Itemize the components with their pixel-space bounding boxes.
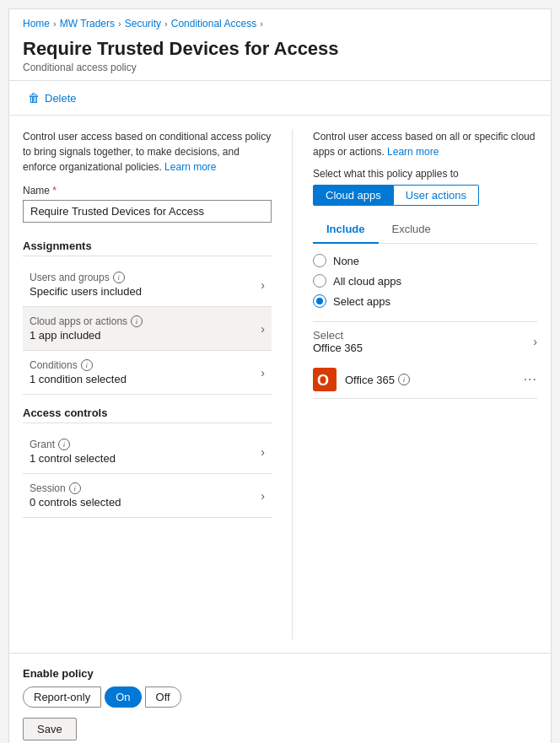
off-toggle[interactable]: Off [145, 686, 181, 708]
left-description: Control user access based on conditional… [23, 129, 272, 175]
session-item[interactable]: Session i 0 controls selected › [23, 474, 272, 518]
toolbar: 🗑 Delete [9, 81, 551, 116]
radio-select-apps[interactable]: Select apps [313, 294, 537, 308]
access-controls-header: Access controls [23, 406, 272, 423]
app-name: Office 365 i [345, 374, 515, 386]
svg-text:O: O [317, 372, 329, 389]
users-groups-info-icon: i [113, 272, 125, 283]
include-exclude-tabs: Include Exclude [313, 218, 537, 244]
session-value: 0 controls selected [30, 496, 121, 509]
grant-value: 1 control selected [30, 452, 116, 465]
cloud-apps-toggle[interactable]: Cloud apps [313, 185, 394, 206]
trash-icon: 🗑 [28, 91, 40, 105]
breadcrumb-mw-traders[interactable]: MW Traders [60, 18, 115, 30]
radio-none[interactable]: None [313, 254, 537, 267]
breadcrumb-security[interactable]: Security [125, 18, 161, 30]
conditions-item[interactable]: Conditions i 1 condition selected › [23, 351, 272, 395]
delete-button[interactable]: 🗑 Delete [23, 88, 82, 108]
cloud-apps-item[interactable]: Cloud apps or actions i 1 app included › [23, 307, 272, 351]
policy-name-input[interactable] [23, 200, 272, 223]
right-panel: Control user access based on all or spec… [293, 129, 537, 639]
app-context-menu[interactable]: ··· [524, 372, 537, 387]
left-learn-more[interactable]: Learn more [164, 161, 216, 173]
required-asterisk: * [52, 185, 57, 197]
tab-exclude[interactable]: Exclude [379, 218, 444, 244]
assignments-header: Assignments [23, 240, 272, 256]
cloud-apps-info-icon: i [131, 315, 143, 327]
select-label: Select [313, 329, 363, 342]
applies-toggle-group: Cloud apps User actions [313, 185, 537, 206]
breadcrumb-conditional-access[interactable]: Conditional Access [171, 18, 256, 30]
left-panel: Control user access based on conditional… [23, 129, 293, 639]
cloud-apps-chevron: › [261, 322, 265, 336]
right-description: Control user access based on all or spec… [313, 129, 537, 159]
app-info-icon: i [398, 374, 410, 385]
cloud-apps-value: 1 app included [30, 329, 143, 342]
select-chevron: › [533, 335, 537, 348]
conditions-chevron: › [261, 366, 265, 380]
user-actions-toggle[interactable]: User actions [394, 185, 479, 206]
grant-item[interactable]: Grant i 1 control selected › [23, 430, 272, 474]
enable-policy-label: Enable policy [23, 667, 537, 680]
grant-info-icon: i [58, 439, 70, 450]
radio-select-circle [313, 294, 326, 308]
page-header: Require Trusted Devices for Access Condi… [9, 35, 551, 81]
users-groups-chevron: › [261, 278, 265, 292]
right-learn-more[interactable]: Learn more [387, 146, 439, 158]
on-toggle[interactable]: On [105, 686, 141, 708]
save-button[interactable]: Save [23, 718, 77, 740]
office365-icon: O [313, 368, 337, 391]
footer: Enable policy Report-only On Off Save [9, 653, 551, 743]
radio-all-circle [313, 274, 326, 288]
select-value: Office 365 [313, 342, 363, 354]
tab-include[interactable]: Include [313, 218, 379, 244]
cloud-apps-radio-group: None All cloud apps Select apps [313, 254, 537, 308]
conditions-info-icon: i [81, 359, 93, 371]
delete-label: Delete [45, 92, 77, 105]
policy-toggle-group: Report-only On Off [23, 686, 537, 708]
app-item-office365: O Office 365 i ··· [313, 361, 537, 399]
main-content: Control user access based on conditional… [9, 116, 551, 653]
applies-label: Select what this policy applies to [313, 168, 537, 180]
breadcrumb: Home › MW Traders › Security › Condition… [9, 9, 551, 35]
conditions-value: 1 condition selected [30, 373, 127, 385]
session-info-icon: i [69, 482, 81, 494]
radio-none-circle [313, 254, 326, 267]
users-groups-item[interactable]: Users and groups i Specific users includ… [23, 263, 272, 307]
users-groups-value: Specific users included [30, 285, 142, 298]
radio-all-cloud-apps[interactable]: All cloud apps [313, 274, 537, 288]
report-only-toggle[interactable]: Report-only [23, 686, 101, 708]
select-row[interactable]: Select Office 365 › [313, 321, 537, 361]
session-chevron: › [261, 489, 265, 503]
grant-chevron: › [261, 445, 265, 459]
name-field-label: Name * [23, 185, 272, 197]
breadcrumb-home[interactable]: Home [23, 18, 50, 30]
page-title: Require Trusted Devices for Access [23, 38, 537, 60]
page-subtitle: Conditional access policy [23, 62, 537, 73]
